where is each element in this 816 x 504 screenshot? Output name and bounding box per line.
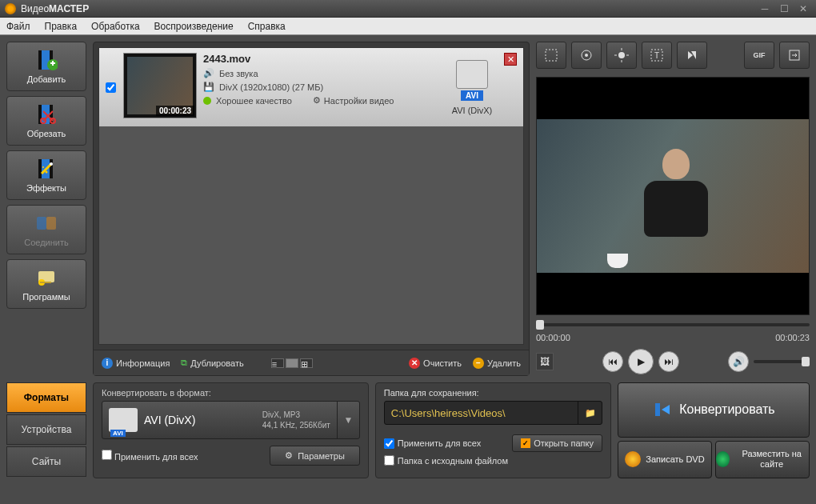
menu-file[interactable]: Файл bbox=[6, 21, 30, 32]
target-tool[interactable] bbox=[571, 42, 602, 69]
file-item[interactable]: 00:00:23 2443.mov 🔊Без звука 💾DivX (1920… bbox=[99, 48, 523, 126]
svg-rect-21 bbox=[40, 282, 51, 283]
svg-rect-13 bbox=[50, 159, 53, 178]
menu-edit[interactable]: Правка bbox=[45, 21, 78, 32]
titlebar: ВидеоМАСТЕР ─ ☐ ✕ bbox=[0, 0, 816, 18]
video-preview[interactable] bbox=[536, 77, 810, 315]
format-dropdown-button[interactable]: ▼ bbox=[337, 402, 359, 438]
burn-dvd-button[interactable]: Записать DVD bbox=[618, 441, 712, 479]
apply-all-save-checkbox[interactable]: Применить для всех bbox=[384, 438, 481, 449]
text-tool[interactable]: T bbox=[642, 42, 672, 69]
view-switch[interactable]: ≡ ⊞ bbox=[271, 358, 313, 368]
file-list: 00:00:23 2443.mov 🔊Без звука 💾DivX (1920… bbox=[98, 47, 524, 345]
svg-point-24 bbox=[585, 54, 588, 57]
disk-icon: 💾 bbox=[203, 82, 214, 92]
video-settings-link[interactable]: ⚙Настройки видео bbox=[313, 95, 394, 106]
next-button[interactable]: ⏭ bbox=[658, 351, 679, 372]
menubar: Файл Правка Обработка Воспроизведение Сп… bbox=[0, 18, 816, 35]
scissors-icon bbox=[35, 103, 58, 126]
dvd-icon bbox=[625, 451, 641, 467]
sidebar-cut[interactable]: Обрезать bbox=[6, 96, 86, 146]
svg-rect-12 bbox=[38, 159, 42, 178]
file-format[interactable]: AVI AVI (DivX) bbox=[440, 53, 504, 122]
volume-button[interactable]: 🔊 bbox=[728, 351, 749, 372]
upload-button[interactable]: Разместить на сайте bbox=[715, 441, 810, 479]
sidebar-programs-label: Программы bbox=[22, 292, 70, 302]
info-button[interactable]: iИнформация bbox=[102, 358, 170, 369]
remove-file-button[interactable]: ✕ bbox=[504, 53, 517, 66]
convert-format-panel: Конвертировать в формат: AVI AVI (DivX) … bbox=[93, 382, 369, 478]
effects-icon bbox=[35, 158, 58, 180]
check-icon: ✓ bbox=[521, 438, 530, 448]
sidebar-effects-label: Эффекты bbox=[26, 183, 66, 193]
quality-dot-icon bbox=[203, 97, 211, 105]
tab-sites[interactable]: Сайты bbox=[6, 446, 86, 477]
file-thumbnail[interactable]: 00:00:23 bbox=[123, 53, 197, 118]
view-list-icon[interactable]: ≡ bbox=[271, 358, 284, 368]
svg-point-15 bbox=[46, 171, 48, 174]
sidebar-programs[interactable]: Программы bbox=[6, 259, 86, 309]
save-path[interactable]: C:\Users\heiress\Videos\ bbox=[385, 407, 578, 419]
format-label: AVI (DivX) bbox=[452, 106, 493, 115]
svg-point-16 bbox=[42, 166, 44, 168]
selected-format-name: AVI (DivX) bbox=[144, 414, 262, 426]
add-icon bbox=[35, 49, 58, 71]
file-checkbox[interactable] bbox=[106, 82, 116, 93]
apply-all-format-checkbox[interactable]: Применить для всех bbox=[102, 450, 198, 462]
volume-slider[interactable] bbox=[754, 360, 810, 363]
view-toggle-icon[interactable] bbox=[286, 358, 298, 368]
time-current: 00:00:00 bbox=[536, 333, 570, 342]
picture-icon: 🖼 bbox=[540, 356, 550, 367]
duplicate-button[interactable]: ⧉Дублировать bbox=[181, 358, 243, 368]
source-folder-checkbox[interactable]: Папка с исходным файлом bbox=[384, 455, 508, 466]
action-panel: Конвертировать Записать DVD Разместить н… bbox=[618, 382, 810, 478]
gif-tool[interactable]: GIF bbox=[744, 42, 774, 69]
prev-button[interactable]: ⏮ bbox=[602, 351, 623, 372]
snapshot-button[interactable]: 🖼 bbox=[536, 353, 554, 370]
open-folder-button[interactable]: ✓Открыть папку bbox=[512, 434, 602, 452]
svg-point-25 bbox=[618, 52, 625, 58]
app-logo-icon bbox=[5, 3, 16, 14]
fullscreen-tool[interactable] bbox=[779, 42, 810, 69]
play-button[interactable]: ▶ bbox=[628, 349, 654, 374]
convert-header: Конвертировать в формат: bbox=[102, 388, 360, 398]
selected-format-details: DivX, MP344,1 KHz, 256Кбит bbox=[262, 410, 330, 430]
parameters-button[interactable]: ⚙Параметры bbox=[270, 446, 360, 466]
list-toolbar: iИнформация ⧉Дублировать ≡ ⊞ ✕Очистить −… bbox=[94, 350, 529, 375]
info-icon: i bbox=[102, 358, 113, 369]
maximize-button[interactable]: ☐ bbox=[776, 3, 792, 14]
app-title: ВидеоМАСТЕР bbox=[21, 3, 89, 14]
sidebar-add[interactable]: Добавить bbox=[6, 42, 86, 91]
minimize-button[interactable]: ─ bbox=[757, 3, 773, 14]
view-grid-icon[interactable]: ⊞ bbox=[300, 358, 313, 368]
format-selector[interactable]: AVI AVI (DivX) DivX, MP344,1 KHz, 256Кби… bbox=[102, 401, 360, 439]
sidebar-effects[interactable]: Эффекты bbox=[6, 150, 86, 200]
folder-icon: 📁 bbox=[585, 408, 596, 418]
duplicate-icon: ⧉ bbox=[181, 358, 187, 368]
menu-process[interactable]: Обработка bbox=[91, 21, 140, 32]
seek-bar[interactable] bbox=[536, 318, 810, 331]
time-total: 00:00:23 bbox=[775, 333, 810, 342]
brightness-tool[interactable] bbox=[606, 42, 637, 69]
convert-button[interactable]: Конвертировать bbox=[618, 382, 810, 438]
speed-tool[interactable] bbox=[677, 42, 707, 69]
crop-tool[interactable] bbox=[536, 42, 566, 69]
clear-button[interactable]: ✕Очистить bbox=[409, 358, 462, 369]
browse-folder-button[interactable]: 📁 bbox=[578, 402, 602, 424]
menu-playback[interactable]: Воспроизведение bbox=[154, 21, 234, 32]
svg-rect-22 bbox=[546, 50, 557, 61]
delete-icon: − bbox=[473, 358, 484, 369]
tab-devices[interactable]: Устройства bbox=[6, 414, 86, 445]
thumbnail-duration: 00:00:23 bbox=[156, 106, 194, 116]
sidebar: Добавить Обрезать Эффекты Соединить Прог… bbox=[6, 42, 86, 376]
tab-formats[interactable]: Форматы bbox=[6, 382, 86, 413]
format-badge: AVI bbox=[461, 90, 483, 101]
sidebar-join[interactable]: Соединить bbox=[6, 205, 86, 254]
svg-rect-1 bbox=[38, 50, 42, 70]
menu-help[interactable]: Справка bbox=[248, 21, 286, 32]
save-header: Папка для сохранения: bbox=[384, 388, 602, 398]
close-window-button[interactable]: ✕ bbox=[795, 3, 811, 14]
sidebar-cut-label: Обрезать bbox=[27, 129, 66, 138]
svg-rect-18 bbox=[46, 217, 56, 230]
delete-button[interactable]: −Удалить bbox=[473, 358, 521, 369]
